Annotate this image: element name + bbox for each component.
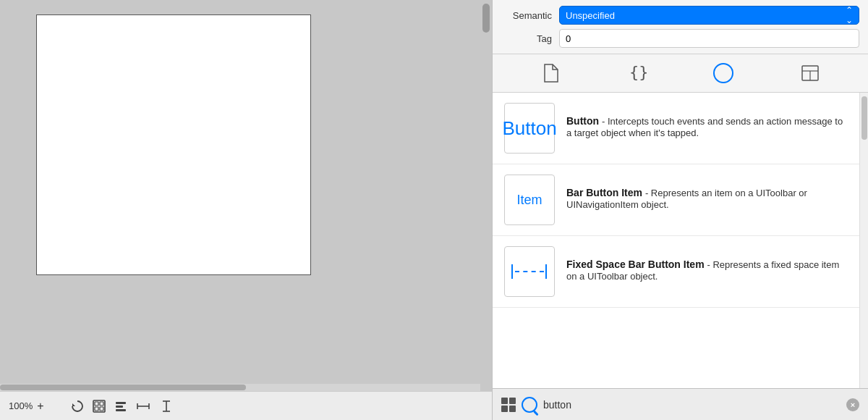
svg-rect-8 (116, 409, 126, 411)
panel-scrollbar[interactable] (859, 93, 868, 388)
main-layout: 100% + (0, 0, 868, 420)
button-icon-label: Button (502, 117, 556, 140)
semantic-select[interactable]: Unspecified ⌃⌄ (559, 6, 859, 25)
right-panel: Semantic Unspecified ⌃⌄ Tag 0 (492, 0, 868, 420)
button-icon-box: Button (504, 103, 555, 154)
right-panel-inner: Semantic Unspecified ⌃⌄ Tag 0 (493, 0, 868, 420)
svg-marker-0 (72, 403, 75, 406)
fixed-space-icon-box (504, 246, 555, 297)
svg-rect-3 (100, 402, 103, 406)
svg-text:{}: {} (629, 65, 647, 81)
fixed-space-end-line (545, 264, 548, 279)
properties-top: Semantic Unspecified ⌃⌄ Tag 0 (493, 0, 868, 54)
semantic-value: Unspecified (566, 10, 615, 21)
bar-button-description: Bar Button Item - Represents an item on … (566, 187, 848, 213)
grid-view-icon[interactable] (501, 398, 516, 412)
tag-input[interactable]: 0 (559, 29, 859, 48)
resize-v-icon[interactable] (158, 399, 174, 413)
bottom-toolbar-icons (70, 399, 174, 413)
svg-rect-2 (95, 402, 98, 406)
list-item[interactable]: Fixed Space Bar Button Item - Represents… (493, 236, 859, 308)
rotate-icon[interactable] (70, 399, 85, 413)
fixed-space-dashes (515, 271, 544, 272)
horizontal-scrollbar[interactable] (0, 384, 480, 391)
search-input[interactable] (543, 395, 841, 415)
canvas-rectangle (36, 14, 311, 275)
fixed-space-description: Fixed Space Bar Button Item - Represents… (566, 259, 848, 285)
list-item[interactable]: Button Button - Intercepts touch events … (493, 93, 859, 164)
svg-rect-6 (116, 402, 126, 404)
icon-tabs: {} (493, 54, 868, 93)
canvas-bottom-bar: 100% + (0, 391, 492, 420)
tab-code[interactable]: {} (624, 60, 650, 86)
tag-value: 0 (566, 33, 571, 44)
svg-rect-4 (95, 407, 98, 411)
bar-button-icon-box: Item (504, 175, 555, 225)
semantic-chevron: ⌃⌄ (846, 5, 853, 25)
h-scroll-thumb (0, 385, 246, 390)
tab-file[interactable] (537, 60, 563, 86)
fixed-space-start-line (511, 264, 514, 279)
tab-circle[interactable] (710, 60, 736, 86)
canvas-content (0, 0, 492, 391)
circle-icon (713, 63, 733, 83)
tab-grid[interactable] (797, 60, 823, 86)
panel-scroll-thumb (861, 96, 867, 140)
canvas-scroll-thumb (482, 4, 490, 33)
image-icon[interactable] (92, 399, 106, 413)
fixed-space-icon (511, 264, 548, 279)
button-description: Button - Intercepts touch events and sen… (566, 115, 848, 141)
bar-button-icon-label: Item (516, 193, 542, 208)
zoom-controls: 100% + (9, 400, 44, 413)
zoom-label: 100% (9, 400, 33, 411)
resize-h-icon[interactable] (135, 399, 151, 413)
svg-rect-7 (116, 406, 123, 408)
search-bar: × (493, 388, 868, 420)
tag-row: Tag 0 (501, 29, 859, 48)
canvas-scroll-indicator[interactable] (480, 0, 492, 391)
list-item[interactable]: Item Bar Button Item - Represents an ite… (493, 164, 859, 236)
svg-rect-5 (100, 407, 103, 411)
library-panel: Button Button - Intercepts touch events … (493, 93, 868, 388)
canvas-area: 100% + (0, 0, 492, 420)
library-list: Button Button - Intercepts touch events … (493, 93, 859, 388)
search-icon (522, 397, 537, 413)
semantic-row: Semantic Unspecified ⌃⌄ (501, 6, 859, 25)
tag-label: Tag (501, 33, 559, 44)
align-left-icon[interactable] (114, 399, 128, 413)
semantic-label: Semantic (501, 10, 559, 21)
zoom-plus-button[interactable]: + (37, 400, 43, 413)
search-clear-button[interactable]: × (846, 398, 859, 411)
